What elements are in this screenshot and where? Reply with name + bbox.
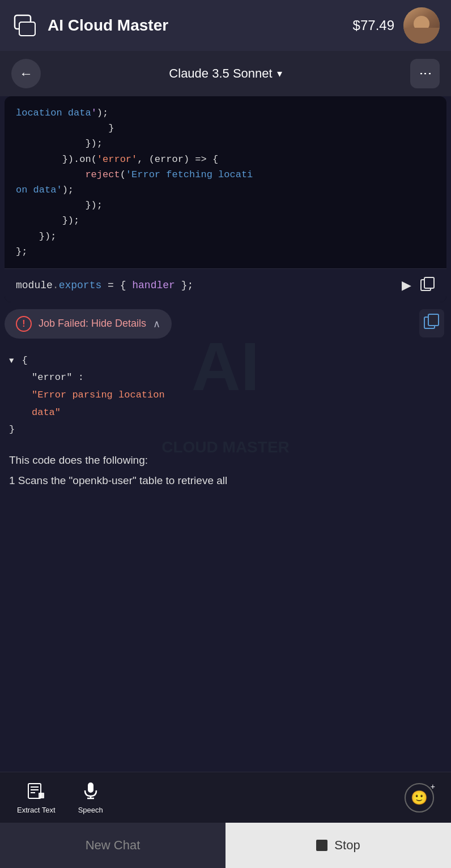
speech-button[interactable]: Speech — [78, 781, 103, 814]
code-line-4: }).on('error', (error) => { — [16, 152, 435, 167]
json-line-error-key: "error" : — [5, 369, 446, 387]
toolbar-right: 🙂 + — [405, 783, 434, 813]
svg-rect-6 — [428, 314, 439, 326]
svg-rect-4 — [424, 277, 434, 288]
bottom-actions: New Chat Stop — [0, 823, 451, 868]
emoji-button[interactable]: 🙂 + — [405, 783, 434, 813]
code-line-3: }); — [16, 136, 435, 151]
chat-icon — [11, 12, 39, 39]
code-line-8: }); — [16, 213, 435, 228]
code-line-5: reject('Error fetching locati — [16, 167, 435, 182]
more-dots-icon: ⋮ — [418, 67, 432, 80]
description-area: This code does the following: 1 Scans th… — [5, 443, 446, 498]
svg-rect-11 — [39, 793, 44, 798]
stop-label: Stop — [334, 838, 360, 853]
dropdown-arrow-icon: ▾ — [277, 67, 282, 80]
job-failed-bar[interactable]: ! Job Failed: Hide Details ∧ — [5, 309, 172, 339]
bottom-toolbar: Extract Text Speech 🙂 + — [0, 772, 451, 823]
svg-rect-12 — [88, 783, 93, 793]
json-line-close: } — [5, 421, 446, 439]
json-line-error-value-cont: data" — [5, 404, 446, 422]
chevron-up-icon: ∧ — [153, 318, 160, 330]
model-name-label: Claude 3.5 Sonnet — [169, 66, 272, 81]
user-avatar[interactable] — [403, 7, 440, 44]
extract-text-button[interactable]: Extract Text — [17, 781, 56, 814]
run-button[interactable]: ▶ — [402, 278, 411, 293]
error-icon: ! — [16, 316, 32, 332]
svg-rect-2 — [19, 22, 35, 36]
code-line-7: }); — [16, 198, 435, 213]
new-chat-button[interactable]: New Chat — [0, 823, 226, 868]
code-footer: module.exports = { handler }; ▶ — [5, 268, 446, 302]
speech-label: Speech — [78, 806, 103, 814]
response-area: ! Job Failed: Hide Details ∧ ▼ { "error"… — [0, 309, 451, 498]
description-line-1: This code does the following: — [9, 452, 442, 469]
copy-button-footer[interactable] — [420, 277, 435, 294]
copy-button-response[interactable] — [419, 309, 444, 337]
speech-icon — [82, 781, 100, 803]
model-selector[interactable]: Claude 3.5 Sonnet ▾ — [48, 66, 403, 81]
collapse-arrow-icon: ▼ — [9, 356, 14, 365]
emoji-icon: 🙂 — [411, 790, 428, 806]
stop-button[interactable]: Stop — [226, 823, 451, 868]
job-failed-label: Job Failed: Hide Details — [39, 318, 146, 330]
json-error-block: ▼ { "error" : "Error parsing location da… — [5, 348, 446, 443]
json-line-open: ▼ { — [5, 352, 446, 370]
code-line-2: } — [16, 121, 435, 136]
extract-text-icon — [27, 781, 45, 803]
code-line-1: location data'); — [16, 105, 435, 121]
app-title: AI Cloud Master — [48, 16, 344, 35]
description-line-2: 1 Scans the "openkb-user" table to retri… — [9, 473, 442, 489]
nav-bar: ← Claude 3.5 Sonnet ▾ ⋮ — [0, 51, 451, 96]
emoji-plus-icon: + — [431, 782, 435, 791]
code-block: location data'); } }); }).on('error', (e… — [5, 96, 446, 302]
main-content: AI CLOUD MASTER location data'); } }); }… — [0, 96, 451, 772]
more-options-button[interactable]: ⋮ — [410, 59, 440, 88]
code-line-6: on data'); — [16, 182, 435, 198]
code-line-9: }); — [16, 229, 435, 244]
code-footer-actions: ▶ — [402, 277, 435, 294]
code-footer-text: module.exports = { handler }; — [16, 280, 193, 291]
json-line-error-value: "Error parsing location — [5, 387, 446, 404]
stop-square-icon — [316, 840, 327, 851]
code-content: location data'); } }); }).on('error', (e… — [5, 96, 446, 268]
extract-text-label: Extract Text — [17, 806, 56, 814]
top-bar: AI Cloud Master $77.49 — [0, 0, 451, 51]
back-button[interactable]: ← — [11, 59, 41, 88]
back-arrow-icon: ← — [19, 66, 33, 82]
price-display: $77.49 — [353, 18, 394, 33]
code-line-10: }; — [16, 244, 435, 259]
